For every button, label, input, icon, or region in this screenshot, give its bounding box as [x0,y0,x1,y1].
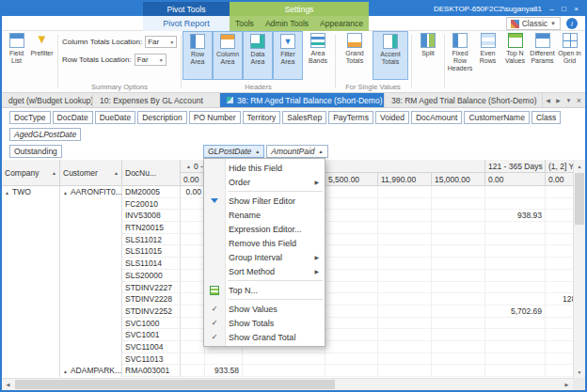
docnumber-cell[interactable]: SVC1000 [122,318,181,330]
field-chip[interactable]: Class [531,111,561,124]
value-cell[interactable] [485,293,546,306]
field-chip[interactable]: Territory [243,111,281,124]
menu-item[interactable]: Group Interval ▶ [204,250,325,264]
customer-cell[interactable] [60,258,122,270]
value-cell[interactable] [181,341,205,353]
value-cell[interactable] [243,353,325,366]
company-cell[interactable] [2,210,60,222]
different-params-button[interactable]: Different Params [529,31,556,80]
value-cell[interactable] [378,282,432,294]
value-cell[interactable] [181,282,205,294]
company-cell[interactable] [2,245,60,258]
value-cell[interactable] [378,210,432,222]
value-cell[interactable] [546,282,573,294]
doc-tab-budget[interactable]: dget (w/Budget Lookup) [2,93,93,107]
value-cell[interactable] [181,329,205,341]
fixed-row-headers-button[interactable]: Fixed Row Headers [446,31,474,80]
value-cell[interactable] [432,293,485,306]
theme-selector[interactable]: Classic ▼ [506,17,561,30]
value-cell[interactable] [378,341,432,353]
doc-tab-rm-aged[interactable]: 38: RM Aged Trial Balance (Short-Demo) [385,93,543,107]
docnumber-cell[interactable]: INV53008 [122,210,181,222]
customer-cell[interactable] [60,234,122,246]
value-cell[interactable] [325,306,378,318]
value-cell[interactable] [325,341,378,353]
row-totals-location-select[interactable]: Far▼ [135,54,167,66]
value-cell[interactable] [546,318,573,330]
value-cell[interactable] [432,234,485,246]
prefilter-button[interactable]: ▼ Prefilter [29,31,55,80]
value-cell[interactable] [325,210,378,222]
customer-cell[interactable] [60,318,122,330]
tab-scroll-left-icon[interactable]: ◀ [543,97,553,103]
filter-area-button[interactable]: ▼ Filter Area [273,31,303,80]
customer-cell[interactable] [60,341,122,353]
value-cell[interactable] [325,353,378,366]
customer-cell[interactable]: ▲AARONFIT0... [60,186,122,198]
value-cell[interactable] [485,282,546,294]
customer-cell[interactable]: ▲ADAMPARK... [60,365,122,377]
docnumber-cell[interactable]: RTN20015 [122,222,181,234]
value-cell[interactable] [546,270,573,282]
company-cell[interactable] [2,306,60,318]
docnumber-cell[interactable]: RMA003001 [122,365,181,377]
field-chip[interactable]: DueDate [95,111,136,124]
column-totals-location-select[interactable]: Far▼ [145,36,177,48]
value-cell[interactable] [546,329,573,341]
company-cell[interactable] [2,234,60,246]
field-chip-agedglpostdate[interactable]: AgedGLPostDate [9,128,81,141]
open-in-grid-button[interactable]: Open in Grid [556,31,583,80]
menu-item[interactable]: ✓ Show Totals [204,316,325,330]
tab-close-icon[interactable]: × [574,96,584,105]
value-cell[interactable] [432,270,485,282]
docnumber-cell[interactable]: SLS11015 [122,245,181,258]
value-cell[interactable] [325,293,378,306]
scroll-down-icon[interactable]: ▼ [574,366,585,378]
value-cell[interactable] [432,282,485,294]
menu-item[interactable]: Remove this Field [204,236,325,250]
menu-item[interactable]: Hide this Field [204,161,325,175]
value-cell[interactable] [378,270,432,282]
scroll-left-icon[interactable]: ◀ [2,379,14,390]
field-chip[interactable]: PO Number [189,111,241,124]
company-cell[interactable] [2,353,60,366]
value-cell[interactable] [325,258,378,270]
value-cell[interactable] [432,198,485,211]
value-cell[interactable] [432,365,485,377]
band-header-1-2-years[interactable]: (1, 2] Years [546,160,573,173]
maximize-button[interactable]: □ [558,3,570,15]
value-cell[interactable] [485,222,546,234]
value-cell[interactable] [325,198,378,211]
expand-icon[interactable]: ▲ [5,190,9,196]
value-cell[interactable] [325,365,378,377]
customer-cell[interactable] [60,270,122,282]
value-cell[interactable] [432,353,485,366]
contextual-group-settings[interactable]: Settings [230,2,369,16]
contextual-group-pivot-tools[interactable]: Pivot Tools [143,2,230,16]
value-cell[interactable] [378,258,432,270]
value-cell[interactable] [485,341,546,353]
menu-item[interactable]: Top N... [204,283,325,297]
horizontal-scrollbar-thumb[interactable] [15,380,335,389]
value-cell[interactable] [546,341,573,353]
value-cell[interactable] [432,245,485,258]
split-button[interactable]: Split [413,31,443,80]
customer-cell[interactable] [60,293,122,306]
value-cell[interactable] [181,222,205,234]
value-cell[interactable] [325,222,378,234]
value-cell[interactable] [432,210,485,222]
value-cell[interactable] [546,245,573,258]
data-area-button[interactable]: Data Area [243,31,273,80]
value-cell[interactable] [485,353,546,366]
customer-cell[interactable] [60,245,122,258]
value-cell[interactable] [378,306,432,318]
docnumber-cell[interactable]: SVC11013 [122,353,181,366]
value-cell[interactable]: 0.00 [181,186,205,198]
field-chip[interactable]: DocDate [53,111,93,124]
company-cell[interactable] [2,329,60,341]
table-row[interactable]: ▲ADAMPARK... RMA003001 933.58 [2,365,573,377]
docnumber-cell[interactable]: SLS11012 [122,234,181,246]
menu-item[interactable]: Show Filter Editor [204,194,325,208]
company-cell[interactable] [2,293,60,306]
value-cell[interactable] [378,365,432,377]
